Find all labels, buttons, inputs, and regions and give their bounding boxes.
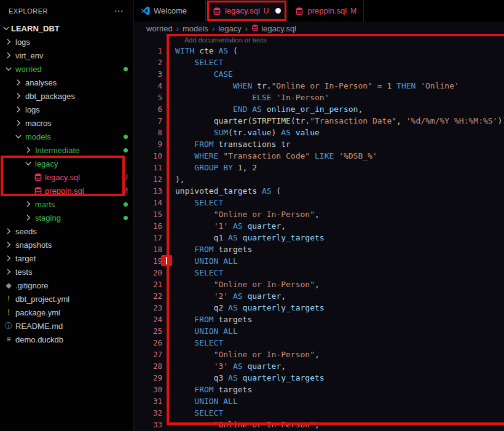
code-token: AS [228,303,238,312]
code-line[interactable]: SELECT [162,407,223,419]
more-actions-button[interactable]: ⋯ [114,6,124,17]
folder-item-legacy[interactable]: legacy [0,157,133,170]
file-item-dbt-project-yml[interactable]: !dbt_project.yml [0,292,133,306]
chevron-right-icon [14,118,23,128]
item-label: legacy.sql [45,173,80,182]
code-line-row: 8 SUM(tr.value) AS value [134,127,504,138]
workspace-root[interactable]: LEARN_DBT [0,22,133,35]
code-line[interactable]: GROUP BY 1, 2 [162,162,257,173]
file-item-package-yml[interactable]: !package.yml [0,306,133,319]
code-line-row: 13unpivoted_targets AS ( [134,185,504,197]
folder-item-logs[interactable]: logs [0,35,133,49]
code-line[interactable]: SELECT [162,267,223,279]
line-number: 16 [134,220,162,232]
code-token: quarter [247,291,281,301]
breadcrumb-item-models[interactable]: models [183,24,208,33]
code-token: AS [218,46,228,55]
breadcrumb-item-legacy-sql[interactable]: legacy.sql [251,24,296,33]
code-token: , [315,350,320,359]
code-line[interactable]: UNION ALL [162,395,238,407]
code-line[interactable]: FROM targets [162,384,252,395]
tab-welcome[interactable]: Welcome [134,0,206,22]
code-line[interactable]: UNION ALL [162,255,238,267]
breadcrumb-item-legacy[interactable]: legacy [218,24,242,33]
line-number: 1 [134,45,162,57]
line-number: 18 [134,243,162,255]
item-label: demo.duckdb [15,335,63,344]
folder-item-virt-env[interactable]: virt_env [0,49,133,62]
code-line[interactable]: q2 AS quarterly_targets [162,302,325,314]
codelens-hint[interactable]: Add documentation or tests [134,35,504,45]
code-line[interactable]: unpivoted_targets AS ( [162,185,281,197]
explorer-title: EXPLORER [9,7,48,15]
folder-item-logs[interactable]: logs [0,103,133,116]
dirty-indicator-icon [275,8,281,14]
code-line[interactable]: "Online or In-Person", [162,279,320,290]
folder-item-target[interactable]: target [0,251,133,265]
breadcrumb-item-worried[interactable]: worried [146,24,173,33]
folder-item-analyses[interactable]: analyses [0,76,133,89]
code-token: LIKE [315,151,334,160]
folder-item-staging[interactable]: staging [0,211,133,224]
folder-item-marts[interactable]: marts [0,197,133,211]
code-token: cte [194,46,218,55]
folder-item-snapshots[interactable]: snapshots [0,238,133,251]
code-line-row: 28 '3' AS quarter, [134,360,504,372]
row-decorations [124,148,133,152]
code-line[interactable]: WHERE "Transaction Code" LIKE '%DSB_%' [162,150,377,162]
item-label: macros [25,119,52,128]
code-line[interactable]: q1 AS quarterly_targets [162,232,325,243]
code-line[interactable]: END AS online_or_in_person, [162,103,363,115]
code-editor[interactable]: Add documentation or tests 1WITH cte AS … [134,35,504,431]
code-line-row: 15 "Online or In-Person", [134,208,504,220]
code-line[interactable]: WITH cte AS ( [162,45,238,57]
code-line[interactable]: ), [162,173,185,185]
breadcrumb-label: legacy.sql [261,24,296,33]
code-line[interactable]: UNION ALL [162,325,238,337]
code-line[interactable]: '1' AS quarter, [162,220,286,232]
file-item-preppin-sql[interactable]: preppin.sqlM [0,184,133,197]
code-line[interactable]: FROM targets [162,314,252,325]
code-line[interactable]: SELECT [162,337,223,349]
tab-label: preppin.sql [307,6,347,15]
code-line-row: 12), [134,173,504,185]
file-item-readme-md[interactable]: ⓘREADME.md [0,319,133,333]
code-line[interactable]: SELECT [162,57,223,68]
code-line-row: 11 GROUP BY 1, 2 [134,162,504,173]
code-line[interactable]: "Online or In-Person", [162,419,320,430]
folder-item-intermediate[interactable]: Intermediate [0,143,133,157]
code-line[interactable]: WHEN tr."Online or In-Person" = 1 THEN '… [162,80,459,92]
tab-legacy-sql[interactable]: legacy.sqlU [206,0,289,22]
folder-item-seeds[interactable]: seeds [0,224,133,238]
code-token [228,221,233,231]
code-line[interactable]: FROM targets [162,243,252,255]
code-token: '3' [214,362,228,371]
code-line[interactable]: ELSE 'In-Person' [162,92,329,103]
file-item--gitignore[interactable]: ◆.gitignore [0,279,133,292]
code-line[interactable]: SUM(tr.value) AS value [162,127,320,138]
code-line[interactable]: quarter(STRPTIME(tr."Transaction Date", … [162,115,504,127]
file-item-demo-duckdb[interactable]: ≡demo.duckdb [0,333,133,346]
tab-preppin-sql[interactable]: preppin.sqlM [288,0,364,22]
line-number: 24 [134,314,162,325]
folder-item-tests[interactable]: tests [0,265,133,279]
code-line[interactable]: q3 AS quarterly_targets [162,372,325,384]
code-token: SELECT [194,198,223,207]
code-line[interactable]: "Online or In-Person", [162,208,320,220]
code-token: , [396,116,406,125]
code-line[interactable]: '2' AS quarter, [162,290,286,302]
folder-item-dbt-packages[interactable]: dbt_packages [0,89,133,103]
file-item-legacy-sql[interactable]: legacy.sqlU [0,170,133,184]
code-token [175,315,194,324]
folder-item-models[interactable]: models [0,130,133,143]
code-line[interactable]: '3' AS quarter, [162,360,286,372]
git-modified-dot-icon [124,148,128,152]
folder-item-worried[interactable]: worried [0,62,133,76]
folder-item-macros[interactable]: macros [0,116,133,130]
code-line[interactable]: FROM transactions tr [162,138,291,150]
code-line[interactable]: CASE [162,68,233,80]
code-token: SELECT [194,58,223,67]
code-line[interactable]: SELECT [162,197,223,208]
code-line[interactable]: "Online or In-Person", [162,349,320,360]
code-token [233,163,238,172]
